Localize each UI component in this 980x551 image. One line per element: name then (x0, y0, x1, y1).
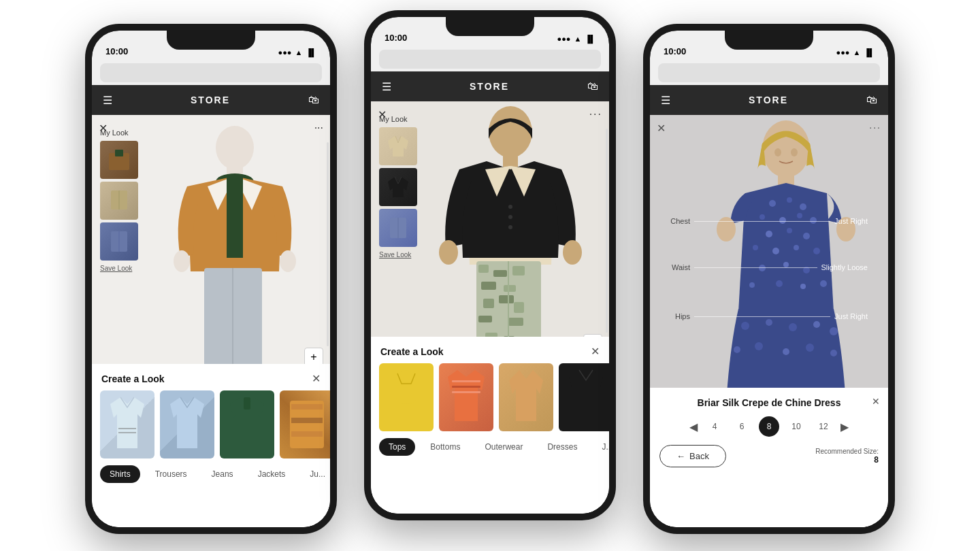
svg-point-32 (439, 240, 458, 265)
top-nav: ☰ STORE 🛍 (650, 85, 888, 115)
size-prev-arrow[interactable]: ◀ (689, 420, 698, 433)
notch (167, 31, 255, 50)
clothing-grid (371, 363, 609, 431)
clothing-item[interactable] (220, 390, 274, 458)
search-bar[interactable] (379, 50, 601, 69)
category-outerwear[interactable]: Outerwear (475, 438, 532, 456)
clothing-item[interactable] (280, 390, 330, 458)
save-look-button[interactable]: Save Look (379, 251, 434, 258)
category-shirts[interactable]: Shirts (100, 465, 140, 483)
look-thumbnail-jacket2[interactable] (379, 168, 417, 206)
clothing-item[interactable] (379, 363, 434, 431)
look-thumbnail-jeans[interactable] (100, 222, 138, 261)
phone-1-screen: 10:00 ●●● ▲ ▐▌ ☰ STORE 🛍 (92, 31, 330, 527)
svg-point-10 (174, 250, 190, 272)
size-option-4[interactable]: 4 (704, 416, 725, 437)
clothing-item[interactable] (499, 363, 553, 431)
svg-point-65 (753, 245, 758, 250)
menu-icon[interactable]: ☰ (661, 94, 670, 107)
hips-fit-row: Hips Just Right (650, 312, 888, 320)
scroll-bar[interactable] (327, 142, 329, 346)
look-thumbnail-jeans2[interactable] (379, 209, 417, 247)
phone-2: 10:00 ●●● ▲ ▐▌ ☰ STORE 🛍 (364, 10, 616, 520)
signal-icon: ●●● (836, 48, 850, 56)
back-button[interactable]: ← Back (659, 445, 726, 467)
save-look-button[interactable]: Save Look (100, 265, 161, 272)
menu-icon[interactable]: ☰ (382, 80, 391, 93)
look-thumbnail-top[interactable] (379, 127, 417, 165)
search-bar[interactable] (658, 63, 880, 82)
svg-point-6 (216, 126, 254, 169)
status-icons: ●●● ▲ ▐▌ (836, 48, 875, 56)
category-bottoms[interactable]: Bottoms (421, 438, 470, 456)
mannequin (167, 122, 289, 367)
category-jeans[interactable]: Jeans (202, 465, 243, 483)
size-option-6[interactable]: 6 (732, 416, 752, 437)
hips-line (694, 316, 830, 317)
category-tops[interactable]: Tops (379, 438, 415, 456)
category-more2[interactable]: J... (592, 438, 609, 456)
dress-avatar (691, 115, 888, 428)
category-dresses[interactable]: Dresses (538, 438, 587, 456)
bag-icon[interactable]: 🛍 (866, 94, 877, 106)
svg-point-66 (772, 248, 779, 254)
category-more[interactable]: Ju... (300, 465, 330, 483)
avatar-area: ✕ ··· My Look Save L (92, 115, 330, 373)
more-button[interactable]: ··· (869, 122, 881, 133)
chest-value: Just Right (834, 217, 868, 225)
svg-point-81 (734, 346, 740, 353)
close-button[interactable]: ✕ (657, 122, 666, 135)
look-thumbnail-pants[interactable] (100, 182, 138, 220)
battery-icon: ▐▌ (306, 48, 316, 56)
scroll-bar[interactable] (606, 129, 608, 333)
svg-rect-43 (478, 316, 492, 322)
phone-2-frame: 10:00 ●●● ▲ ▐▌ ☰ STORE 🛍 (364, 10, 616, 520)
svg-point-62 (766, 231, 772, 237)
svg-rect-17 (118, 432, 136, 433)
product-panel-close[interactable]: ✕ (872, 396, 880, 407)
search-bar[interactable] (100, 63, 322, 82)
category-jackets[interactable]: Jackets (248, 465, 295, 483)
size-option-12[interactable]: 12 (813, 416, 834, 437)
svg-point-89 (791, 148, 798, 156)
create-look-header: Create a Look ✕ (92, 364, 330, 390)
top-nav: ☰ STORE 🛍 (371, 71, 609, 101)
clothing-item[interactable] (160, 390, 214, 458)
battery-icon: ▐▌ (864, 48, 875, 56)
nav-title: STORE (749, 95, 788, 105)
hips-label: Hips (650, 312, 694, 320)
signal-icon: ●●● (557, 35, 571, 43)
svg-point-67 (794, 245, 799, 250)
more-button[interactable]: ··· (314, 122, 323, 134)
svg-point-83 (783, 348, 789, 355)
create-look-title: Create a Look (101, 373, 165, 384)
volume-button (643, 139, 644, 173)
category-trousers[interactable]: Trousers (146, 465, 197, 483)
svg-point-84 (806, 344, 814, 352)
waist-value: Slightly Loose (821, 263, 868, 271)
look-thumbnail-jacket[interactable] (100, 141, 138, 179)
menu-icon[interactable]: ☰ (103, 94, 112, 107)
svg-rect-38 (481, 282, 496, 290)
svg-point-75 (820, 280, 827, 287)
size-option-10[interactable]: 10 (786, 416, 806, 437)
bag-icon[interactable]: 🛍 (308, 94, 319, 106)
hips-value: Just Right (834, 312, 868, 320)
clothing-item[interactable] (439, 363, 493, 431)
bag-icon[interactable]: 🛍 (587, 80, 598, 93)
size-option-8[interactable]: 8 (759, 416, 779, 437)
wifi-icon: ▲ (574, 35, 582, 43)
nav-title: STORE (191, 95, 230, 105)
create-look-close-button[interactable]: ✕ (591, 345, 600, 358)
clothing-item[interactable] (100, 390, 154, 458)
content-area: ✕ ··· My Look Save L (92, 115, 330, 527)
size-next-arrow[interactable]: ▶ (840, 420, 849, 433)
svg-point-56 (787, 197, 792, 203)
my-look-label: My Look (379, 115, 434, 123)
create-look-close-button[interactable]: ✕ (312, 372, 321, 385)
clothing-item[interactable] (559, 363, 609, 431)
svg-point-73 (776, 280, 783, 287)
status-icons: ●●● ▲ ▐▌ (278, 48, 316, 56)
clothing-grid (92, 390, 330, 458)
waist-line (694, 267, 817, 268)
